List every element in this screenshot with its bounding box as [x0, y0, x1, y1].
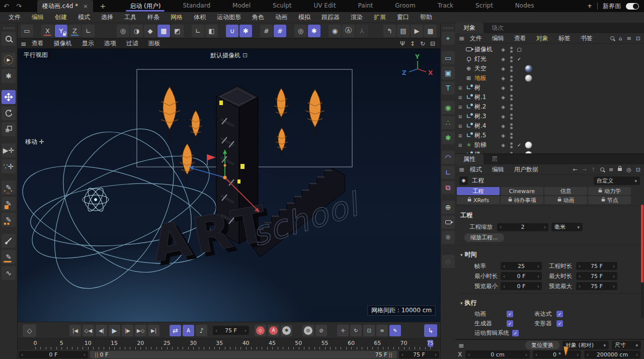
quantize-button[interactable]: #	[260, 25, 273, 37]
exec-checkbox[interactable]: ✓	[507, 311, 513, 317]
undo-icon[interactable]: ↶	[0, 3, 13, 10]
range-grip-right[interactable]: ||	[387, 351, 394, 358]
visibility-dots[interactable]	[509, 66, 514, 72]
render-settings-button[interactable]: ▩	[424, 25, 437, 37]
filter-icon[interactable]: ≡	[609, 166, 613, 173]
expand-icon[interactable]: ⊞	[457, 124, 463, 129]
popout-icon[interactable]: ⊡	[636, 166, 640, 173]
time-field[interactable]: ‹0 F›	[501, 282, 542, 290]
search-icon[interactable]	[600, 167, 604, 171]
object-name[interactable]: 树.2	[474, 103, 498, 111]
axis-history-button[interactable]: ↰	[383, 25, 396, 37]
exec-section-title[interactable]: ▾执行	[460, 297, 644, 310]
polygons-mode-button[interactable]: ◆	[144, 25, 156, 37]
cm-menu-icon[interactable]: ≡	[458, 341, 464, 349]
generator-icon[interactable]: ✱	[442, 131, 455, 144]
menu-item[interactable]: 文件	[3, 13, 26, 22]
key-rotation-button[interactable]: ↻	[350, 325, 362, 336]
workspace-tab[interactable]: Standard	[172, 1, 221, 12]
object-state-icon[interactable]: ✓	[516, 142, 523, 148]
time-field[interactable]: ‹25›	[501, 262, 542, 270]
attribute-tab[interactable]: 工程	[457, 187, 500, 195]
lock-icon[interactable]	[618, 168, 622, 171]
viewport-menu-item[interactable]: 查看	[27, 39, 48, 48]
menu-item[interactable]: 扩展	[368, 13, 391, 22]
scale-project-button[interactable]: 缩放工程...	[464, 233, 504, 242]
set-keyframe-button[interactable]: ◇	[23, 324, 36, 337]
record-keyframe-button[interactable]: ◇	[255, 325, 266, 336]
pan-view-icon[interactable]: Ψ	[400, 40, 405, 47]
menu-item[interactable]: 渲染	[345, 13, 368, 22]
layer-icon[interactable]: ◈	[500, 66, 507, 71]
manager-tab[interactable]: 对象	[455, 23, 484, 33]
viewport-menu-icon[interactable]: ≡	[21, 40, 26, 48]
object-row[interactable]: ⊞ ∟ 树 ◈	[455, 83, 644, 93]
edges-mode-button[interactable]: ◑	[130, 25, 143, 37]
lock-x-axis-button[interactable]: X	[41, 25, 54, 37]
object-name[interactable]: 树.4	[474, 122, 498, 130]
key-parameters-button[interactable]: ≡	[376, 325, 388, 336]
snap-settings-button[interactable]: ✱	[239, 25, 252, 37]
environment-icon[interactable]: ⊕	[442, 201, 455, 214]
object-name[interactable]: 阶梯	[474, 141, 498, 149]
visibility-dots[interactable]	[509, 85, 514, 91]
active-camera-label[interactable]: 默认摄像机 ⊡	[207, 51, 251, 60]
model-mode-button[interactable]: ▦	[157, 25, 170, 37]
record-disabled-button[interactable]: ⊘	[315, 325, 327, 336]
layer-icon[interactable]: ◈	[500, 142, 507, 148]
render-picture-viewer-button[interactable]: ▶	[411, 25, 423, 37]
range-grip-left[interactable]: ||	[93, 351, 100, 358]
visibility-filter-button[interactable]: ◉	[329, 25, 341, 37]
add-workspace-button[interactable]: +	[587, 3, 592, 10]
time-field[interactable]: ‹0 F›	[501, 272, 542, 280]
move-tool-icon[interactable]	[2, 90, 16, 104]
layer-icon[interactable]: ◈	[500, 95, 507, 100]
time-section-title[interactable]: ▾时间	[460, 248, 644, 262]
layer-icon[interactable]: ◈	[500, 75, 507, 81]
workplane-button[interactable]: ∟	[192, 25, 204, 37]
visibility-dots[interactable]	[509, 123, 514, 129]
workspace-tab[interactable]: Paint	[347, 1, 384, 12]
range-slider[interactable]: || 0 F 75 F ||	[90, 351, 397, 358]
am-menu-item[interactable]: 编辑	[488, 165, 509, 174]
spline-shape-pen-icon[interactable]: ✎	[2, 197, 16, 211]
object-name[interactable]: 灯光	[474, 55, 498, 63]
object-row[interactable]: ⊞ ⊞ 地板 ◈	[455, 73, 644, 83]
exec-checkbox[interactable]: ✓	[507, 320, 513, 327]
viewport-menu-item[interactable]: 显示	[77, 39, 99, 48]
workspace-tab[interactable]: Track	[427, 1, 464, 12]
layer-icon[interactable]: ◈	[500, 85, 507, 91]
falloff-button[interactable]: ◎	[294, 25, 307, 37]
object-row[interactable]: ⊞ 灯光 ◈ ✓	[455, 54, 644, 64]
falloff-settings-button[interactable]: ✱	[308, 25, 320, 37]
project-scale-field[interactable]: ‹2›	[497, 223, 548, 231]
exec-checkbox-2[interactable]: ✓	[556, 311, 563, 317]
time-field-2[interactable]: ‹75 F›	[576, 262, 617, 270]
lock-z-axis-button[interactable]: Z	[68, 25, 81, 37]
am-menu-item[interactable]: 模式	[465, 165, 487, 174]
layer-icon[interactable]: ◈	[500, 133, 507, 138]
menu-item[interactable]: 体积	[188, 13, 211, 22]
om-menu-item[interactable]: 查看	[510, 34, 531, 43]
menu-item[interactable]: 角色	[247, 13, 270, 22]
layer-icon[interactable]: ◈	[500, 47, 507, 52]
rotate-view-icon[interactable]: ↻	[420, 40, 425, 47]
visibility-dots[interactable]	[509, 114, 514, 120]
modifier-axis-icon[interactable]: ∟	[442, 166, 455, 179]
record-selected-button[interactable]: ◍	[302, 325, 314, 336]
object-row[interactable]: ⊞ ✳ 阶梯 ◈ ✓	[455, 140, 644, 150]
key-position-button[interactable]: ✛	[337, 325, 349, 336]
key-scale-button[interactable]: ⊡	[363, 325, 375, 336]
sketch-pen-icon[interactable]: ✎	[2, 250, 16, 264]
next-key-button[interactable]: ▶◇	[135, 325, 146, 336]
expand-icon[interactable]: ⊞	[457, 133, 463, 138]
attribute-tab[interactable]: 待办事项	[501, 196, 543, 204]
subdivision-surface-icon[interactable]: ◉	[442, 101, 455, 114]
workspace-tab[interactable]: 启动 (用户)	[119, 1, 172, 12]
object-row[interactable]: ⊞ 摄像机 ◈ ▢	[455, 45, 644, 54]
document-tab[interactable]: 楼动画.c4d * ×	[37, 0, 93, 12]
timeline-coords-button[interactable]: ↳	[424, 324, 437, 337]
attribute-scrollbar[interactable]	[641, 205, 643, 318]
visibility-dots[interactable]	[509, 133, 514, 139]
menu-item[interactable]: 选择	[96, 13, 119, 22]
